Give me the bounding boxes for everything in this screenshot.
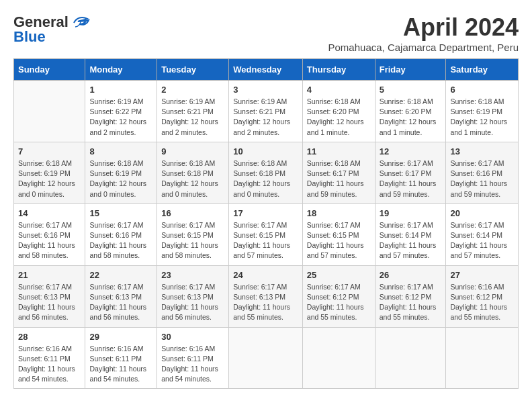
calendar-cell: 13 Sunrise: 6:17 AMSunset: 6:16 PMDaylig…	[446, 142, 519, 203]
calendar-cell: 30 Sunrise: 6:16 AMSunset: 6:11 PMDaylig…	[157, 327, 229, 389]
calendar-week-5: 28 Sunrise: 6:16 AMSunset: 6:11 PMDaylig…	[14, 327, 519, 389]
day-number: 18	[307, 208, 371, 218]
calendar-cell	[229, 327, 303, 389]
day-info: Sunrise: 6:16 AMSunset: 6:12 PMDaylight:…	[450, 282, 514, 323]
calendar-cell: 2 Sunrise: 6:19 AMSunset: 6:21 PMDayligh…	[157, 81, 229, 142]
day-number: 19	[380, 208, 442, 218]
day-number: 6	[450, 85, 514, 95]
day-info: Sunrise: 6:16 AMSunset: 6:11 PMDaylight:…	[18, 344, 81, 385]
day-info: Sunrise: 6:18 AMSunset: 6:20 PMDaylight:…	[380, 97, 442, 138]
weekday-header-tuesday: Tuesday	[157, 59, 229, 81]
calendar-week-2: 7 Sunrise: 6:18 AMSunset: 6:19 PMDayligh…	[14, 142, 519, 203]
day-number: 12	[380, 146, 442, 156]
calendar-cell: 1 Sunrise: 6:19 AMSunset: 6:22 PMDayligh…	[85, 81, 157, 142]
day-number: 2	[161, 85, 224, 95]
calendar-cell: 18 Sunrise: 6:17 AMSunset: 6:15 PMDaylig…	[302, 203, 375, 265]
day-number: 9	[161, 146, 224, 156]
logo-bird-icon	[71, 15, 90, 30]
day-info: Sunrise: 6:19 AMSunset: 6:21 PMDaylight:…	[233, 97, 298, 138]
day-info: Sunrise: 6:18 AMSunset: 6:19 PMDaylight:…	[89, 158, 152, 199]
day-number: 25	[307, 270, 371, 280]
weekday-header-friday: Friday	[375, 59, 446, 81]
title-area: April 2024 Pomahuaca, Cajamarca Departme…	[328, 13, 519, 53]
calendar-cell: 8 Sunrise: 6:18 AMSunset: 6:19 PMDayligh…	[85, 142, 157, 203]
calendar-cell: 5 Sunrise: 6:18 AMSunset: 6:20 PMDayligh…	[375, 81, 446, 142]
day-info: Sunrise: 6:18 AMSunset: 6:17 PMDaylight:…	[307, 158, 371, 199]
day-number: 8	[89, 146, 152, 156]
page-header: General Blue April 2024 Pomahuaca, Cajam…	[13, 13, 519, 53]
day-number: 17	[233, 208, 298, 218]
calendar-cell: 11 Sunrise: 6:18 AMSunset: 6:17 PMDaylig…	[302, 142, 375, 203]
day-number: 10	[233, 146, 298, 156]
calendar-cell: 16 Sunrise: 6:17 AMSunset: 6:15 PMDaylig…	[157, 203, 229, 265]
day-info: Sunrise: 6:18 AMSunset: 6:19 PMDaylight:…	[450, 97, 514, 138]
month-title: April 2024	[328, 13, 519, 42]
day-info: Sunrise: 6:19 AMSunset: 6:22 PMDaylight:…	[89, 97, 152, 138]
day-number: 7	[18, 146, 81, 156]
day-info: Sunrise: 6:17 AMSunset: 6:15 PMDaylight:…	[233, 220, 298, 261]
weekday-header-monday: Monday	[85, 59, 157, 81]
calendar-cell: 24 Sunrise: 6:17 AMSunset: 6:13 PMDaylig…	[229, 265, 303, 327]
calendar-cell: 25 Sunrise: 6:17 AMSunset: 6:12 PMDaylig…	[302, 265, 375, 327]
day-number: 14	[18, 208, 81, 218]
calendar-cell: 4 Sunrise: 6:18 AMSunset: 6:20 PMDayligh…	[302, 81, 375, 142]
calendar-cell	[302, 327, 375, 389]
day-number: 21	[18, 270, 81, 280]
calendar-cell: 6 Sunrise: 6:18 AMSunset: 6:19 PMDayligh…	[446, 81, 519, 142]
calendar-cell: 14 Sunrise: 6:17 AMSunset: 6:16 PMDaylig…	[14, 203, 85, 265]
day-number: 28	[18, 332, 81, 342]
calendar-week-3: 14 Sunrise: 6:17 AMSunset: 6:16 PMDaylig…	[14, 203, 519, 265]
day-number: 24	[233, 270, 298, 280]
calendar-table: SundayMondayTuesdayWednesdayThursdayFrid…	[13, 58, 519, 389]
calendar-cell: 9 Sunrise: 6:18 AMSunset: 6:18 PMDayligh…	[157, 142, 229, 203]
day-info: Sunrise: 6:18 AMSunset: 6:18 PMDaylight:…	[233, 158, 298, 199]
day-number: 29	[89, 332, 152, 342]
logo-blue-text: Blue	[13, 28, 46, 46]
weekday-header-saturday: Saturday	[446, 59, 519, 81]
day-info: Sunrise: 6:17 AMSunset: 6:14 PMDaylight:…	[380, 220, 442, 261]
calendar-cell: 12 Sunrise: 6:17 AMSunset: 6:17 PMDaylig…	[375, 142, 446, 203]
day-number: 22	[89, 270, 152, 280]
day-info: Sunrise: 6:17 AMSunset: 6:13 PMDaylight:…	[89, 282, 152, 323]
day-info: Sunrise: 6:17 AMSunset: 6:16 PMDaylight:…	[450, 158, 514, 199]
day-number: 23	[161, 270, 224, 280]
calendar-cell: 27 Sunrise: 6:16 AMSunset: 6:12 PMDaylig…	[446, 265, 519, 327]
day-number: 11	[307, 146, 371, 156]
calendar-week-1: 1 Sunrise: 6:19 AMSunset: 6:22 PMDayligh…	[14, 81, 519, 142]
day-number: 20	[450, 208, 514, 218]
calendar-cell	[375, 327, 446, 389]
location-text: Pomahuaca, Cajamarca Department, Peru	[328, 42, 519, 53]
day-info: Sunrise: 6:19 AMSunset: 6:21 PMDaylight:…	[161, 97, 224, 138]
day-info: Sunrise: 6:17 AMSunset: 6:12 PMDaylight:…	[307, 282, 371, 323]
day-number: 1	[89, 85, 152, 95]
day-number: 15	[89, 208, 152, 218]
day-info: Sunrise: 6:17 AMSunset: 6:15 PMDaylight:…	[307, 220, 371, 261]
day-number: 30	[161, 332, 224, 342]
calendar-header: SundayMondayTuesdayWednesdayThursdayFrid…	[14, 59, 519, 81]
calendar-cell: 10 Sunrise: 6:18 AMSunset: 6:18 PMDaylig…	[229, 142, 303, 203]
calendar-cell: 3 Sunrise: 6:19 AMSunset: 6:21 PMDayligh…	[229, 81, 303, 142]
calendar-cell: 28 Sunrise: 6:16 AMSunset: 6:11 PMDaylig…	[14, 327, 85, 389]
day-info: Sunrise: 6:17 AMSunset: 6:17 PMDaylight:…	[380, 158, 442, 199]
weekday-header-thursday: Thursday	[302, 59, 375, 81]
calendar-cell: 20 Sunrise: 6:17 AMSunset: 6:14 PMDaylig…	[446, 203, 519, 265]
day-info: Sunrise: 6:18 AMSunset: 6:20 PMDaylight:…	[307, 97, 371, 138]
calendar-cell: 23 Sunrise: 6:17 AMSunset: 6:13 PMDaylig…	[157, 265, 229, 327]
day-info: Sunrise: 6:17 AMSunset: 6:13 PMDaylight:…	[161, 282, 224, 323]
calendar-cell	[446, 327, 519, 389]
day-info: Sunrise: 6:17 AMSunset: 6:13 PMDaylight:…	[18, 282, 81, 323]
day-info: Sunrise: 6:17 AMSunset: 6:16 PMDaylight:…	[18, 220, 81, 261]
day-info: Sunrise: 6:18 AMSunset: 6:18 PMDaylight:…	[161, 158, 224, 199]
calendar-cell: 21 Sunrise: 6:17 AMSunset: 6:13 PMDaylig…	[14, 265, 85, 327]
calendar-cell: 29 Sunrise: 6:16 AMSunset: 6:11 PMDaylig…	[85, 327, 157, 389]
day-info: Sunrise: 6:17 AMSunset: 6:14 PMDaylight:…	[450, 220, 514, 261]
day-number: 4	[307, 85, 371, 95]
day-info: Sunrise: 6:18 AMSunset: 6:19 PMDaylight:…	[18, 158, 81, 199]
day-info: Sunrise: 6:17 AMSunset: 6:13 PMDaylight:…	[233, 282, 298, 323]
calendar-cell: 7 Sunrise: 6:18 AMSunset: 6:19 PMDayligh…	[14, 142, 85, 203]
calendar-week-4: 21 Sunrise: 6:17 AMSunset: 6:13 PMDaylig…	[14, 265, 519, 327]
day-number: 13	[450, 146, 514, 156]
day-info: Sunrise: 6:17 AMSunset: 6:16 PMDaylight:…	[89, 220, 152, 261]
weekday-header-sunday: Sunday	[14, 59, 85, 81]
calendar-cell: 26 Sunrise: 6:17 AMSunset: 6:12 PMDaylig…	[375, 265, 446, 327]
